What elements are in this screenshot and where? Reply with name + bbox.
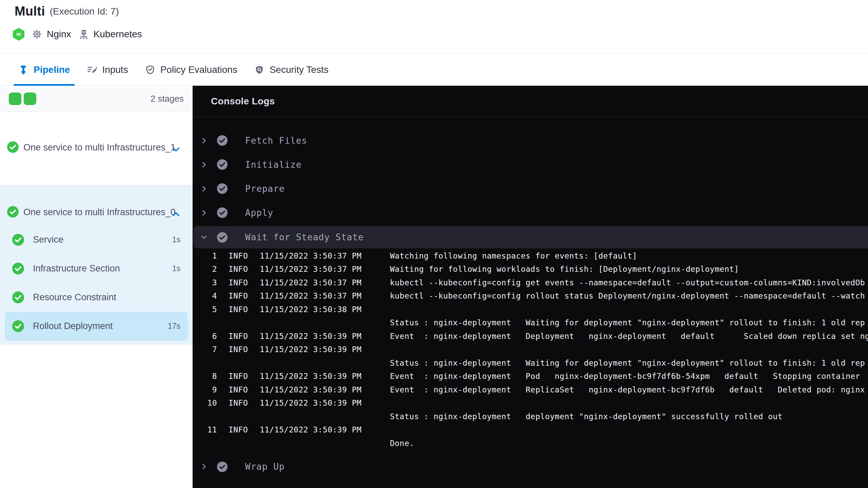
policy-evaluations-icon <box>145 65 155 75</box>
infrastructure-meta[interactable]: Kubernetes <box>79 29 142 40</box>
console-step-wrap-up[interactable]: Wrap Up <box>193 455 868 479</box>
chevron-right-icon[interactable] <box>200 137 208 145</box>
chevron-down-icon[interactable] <box>171 144 181 155</box>
success-check-icon <box>12 291 24 303</box>
console-step-name: Fetch Files <box>245 136 307 146</box>
log-timestamp: 11/15/2022 3:50:37 PM <box>260 278 359 287</box>
log-message: kubectl --kubeconfig=config get events -… <box>390 278 868 287</box>
step-duration: 1s <box>172 264 180 273</box>
chevron-right-icon[interactable] <box>200 161 208 169</box>
stage-name: One service to multi Infrastructures_0 <box>23 207 176 217</box>
stage-status-square[interactable] <box>9 93 21 105</box>
log-message: kubectl --kubeconfig=config rollout stat… <box>390 291 868 300</box>
tab-label: Inputs <box>102 64 128 75</box>
chevron-right-icon[interactable] <box>200 185 208 193</box>
log-row: 1INFO11/15/2022 3:50:37 PMWatching follo… <box>193 249 868 263</box>
chevron-right-icon[interactable] <box>200 209 208 217</box>
service-meta[interactable]: Nginx <box>32 29 71 40</box>
stages-summary: 2 stages <box>0 86 193 112</box>
stage-status-square[interactable] <box>24 93 36 105</box>
console-step-fetch-files[interactable]: Fetch Files <box>193 128 868 152</box>
infrastructure-icon <box>79 29 89 39</box>
inputs-icon <box>87 65 97 75</box>
log-message: Event : nginx-deployment Pod nginx-deplo… <box>390 372 868 381</box>
page-header: Multi (Execution Id: 7) ∞ Nginx Kubernet… <box>0 0 868 54</box>
tab-pipeline[interactable]: Pipeline <box>14 54 75 86</box>
stage-item-one-service-to-multi-infrastructures-0[interactable]: One service to multi Infrastructures_0 <box>0 185 193 221</box>
log-timestamp: 11/15/2022 3:50:39 PM <box>260 345 359 354</box>
success-check-icon <box>217 135 228 146</box>
stage-step-list: Service1sInfrastructure Section1sResourc… <box>0 221 193 341</box>
log-timestamp: 11/15/2022 3:50:37 PM <box>260 291 359 300</box>
step-name: Infrastructure Section <box>33 263 120 274</box>
console-logs-header: Console Logs <box>193 86 868 117</box>
pipeline-icon <box>18 65 28 75</box>
tab-inputs[interactable]: Inputs <box>82 54 133 86</box>
log-line-number: 11 <box>197 425 217 434</box>
step-item-rollout-deployment[interactable]: Rollout Deployment17s <box>5 312 188 341</box>
success-check-icon <box>217 207 228 218</box>
success-check-icon <box>7 206 19 218</box>
log-row: 10INFO11/15/2022 3:50:39 PM <box>193 396 868 410</box>
console-step-wait-for-steady-state[interactable]: Wait for Steady State <box>193 226 868 248</box>
log-timestamp: 11/15/2022 3:50:37 PM <box>260 251 359 260</box>
log-timestamp: 11/15/2022 3:50:39 PM <box>260 399 359 407</box>
log-row: 6INFO11/15/2022 3:50:39 PMEvent : nginx-… <box>193 329 868 343</box>
console-step-apply[interactable]: Apply <box>193 201 868 225</box>
console-step-name: Wrap Up <box>245 462 285 472</box>
stage-list: One service to multi Infrastructures_1On… <box>0 112 193 345</box>
tab-policy-evaluations[interactable]: Policy Evaluations <box>140 54 242 86</box>
gear-icon <box>32 29 42 39</box>
chevron-right-icon[interactable] <box>200 463 208 471</box>
stage-item-one-service-to-multi-infrastructures-1[interactable]: One service to multi Infrastructures_1 <box>0 112 193 185</box>
stage-count-label: 2 stages <box>151 94 184 104</box>
page-title: Multi <box>15 4 45 19</box>
log-row: 5INFO11/15/2022 3:50:38 PM <box>193 303 868 316</box>
step-duration: 17s <box>168 322 180 331</box>
console-step-list: Fetch FilesInitializePrepareApplyWait fo… <box>193 117 868 479</box>
console-log-block: 1INFO11/15/2022 3:50:37 PMWatching follo… <box>193 248 868 450</box>
chevron-down-icon[interactable] <box>200 233 208 241</box>
tab-label: Pipeline <box>34 64 70 75</box>
log-level: INFO <box>229 265 248 273</box>
log-level: INFO <box>229 251 248 260</box>
log-timestamp: 11/15/2022 3:50:39 PM <box>260 425 359 434</box>
log-timestamp: 11/15/2022 3:50:39 PM <box>260 332 359 341</box>
stage-group-one-service-to-multi-infrastructures-0: One service to multi Infrastructures_0Se… <box>0 185 193 345</box>
log-message: Done. <box>390 439 868 448</box>
console-logs-panel: Console Logs Fetch FilesInitializePrepar… <box>193 86 868 488</box>
step-name: Rollout Deployment <box>33 321 113 331</box>
log-row: 9INFO11/15/2022 3:50:39 PMEvent : nginx-… <box>193 383 868 396</box>
log-row: 8INFO11/15/2022 3:50:39 PMEvent : nginx-… <box>193 370 868 383</box>
step-item-infrastructure-section[interactable]: Infrastructure Section1s <box>5 254 188 283</box>
log-message: Event : nginx-deployment Deployment ngin… <box>390 332 868 341</box>
infrastructure-name: Kubernetes <box>94 29 142 40</box>
success-check-icon <box>217 159 228 170</box>
log-line-number: 1 <box>197 251 217 260</box>
log-timestamp: 11/15/2022 3:50:38 PM <box>260 305 359 314</box>
log-row: Done. <box>193 436 868 450</box>
console-step-prepare[interactable]: Prepare <box>193 177 868 201</box>
chevron-up-icon[interactable] <box>171 209 181 219</box>
log-message: Waiting for following workloads to finis… <box>390 265 868 273</box>
tab-security-tests[interactable]: Security Tests <box>250 54 333 86</box>
log-level: INFO <box>229 372 248 381</box>
log-line-number: 2 <box>197 265 217 273</box>
step-item-service[interactable]: Service1s <box>5 225 188 254</box>
step-item-resource-constraint[interactable]: Resource Constraint <box>5 283 188 312</box>
log-message: Status : nginx-deployment Waiting for de… <box>390 359 868 367</box>
log-level: INFO <box>229 278 248 287</box>
log-level: INFO <box>229 399 248 407</box>
success-check-icon <box>12 320 24 332</box>
log-timestamp: 11/15/2022 3:50:37 PM <box>260 265 359 273</box>
tab-label: Policy Evaluations <box>160 64 237 75</box>
stages-sidebar: 2 stages One service to multi Infrastruc… <box>0 86 193 488</box>
console-step-name: Wait for Steady State <box>245 232 364 242</box>
success-check-icon <box>217 462 228 472</box>
execution-id-label: (Execution Id: 7) <box>50 6 119 17</box>
log-line-number: 4 <box>197 291 217 300</box>
log-line-number: 3 <box>197 278 217 287</box>
console-step-initialize[interactable]: Initialize <box>193 152 868 177</box>
execution-meta-row: ∞ Nginx Kubernetes <box>13 28 142 41</box>
log-level: INFO <box>229 291 248 300</box>
